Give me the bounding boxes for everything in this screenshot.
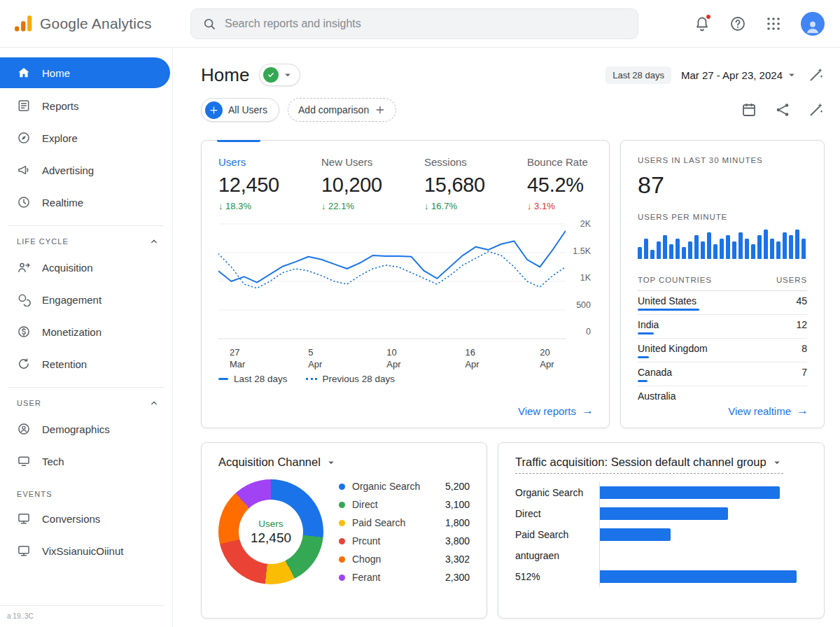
section-header-lifecycle[interactable]: LIFE CYCLE — [8, 229, 164, 251]
calendar-button[interactable] — [741, 101, 757, 118]
country-name: Australia — [638, 390, 676, 406]
notifications-button[interactable] — [694, 15, 710, 32]
refresh-arrow-icon — [17, 357, 31, 371]
search-bar[interactable] — [190, 8, 638, 39]
screen-icon — [17, 544, 31, 558]
dotted-line-swatch — [306, 378, 317, 380]
minute-bar — [789, 235, 793, 259]
caret-down-icon — [785, 69, 798, 81]
metric-tab-new-users[interactable]: New Users 10,200 ↓ 22.1% — [321, 156, 424, 211]
minute-bar — [644, 239, 648, 259]
metric-tabs: Users 12,450 ↓ 18.3% New Users 10,200 ↓ … — [218, 156, 592, 211]
section-header-events[interactable]: EVENTS — [8, 483, 164, 502]
minute-bar — [732, 241, 736, 259]
metric-value: 10,200 — [321, 174, 424, 197]
metric-label: Users — [218, 156, 321, 168]
country-name: United States — [638, 295, 699, 311]
sidebar-item-reports[interactable]: Reports — [0, 90, 172, 122]
reports-icon — [17, 99, 31, 113]
channel-value: 3,302 — [445, 554, 470, 565]
country-mini-bar — [638, 356, 649, 358]
page-title: Home — [201, 64, 249, 86]
brand: Google Analytics — [14, 14, 182, 33]
all-users-chip[interactable]: All Users — [201, 98, 279, 122]
sidebar-footer-text: a 19..3C — [0, 605, 164, 627]
sidebar-item-demographics[interactable]: Demographics — [8, 413, 164, 445]
add-comparison-chip[interactable]: Add comparison — [288, 98, 396, 122]
sidebar-item-engagement[interactable]: Engagement — [8, 283, 164, 316]
sidebar-item-label: Demographics — [42, 423, 110, 435]
traffic-channel-label: 512% — [515, 571, 599, 582]
section-title: EVENTS — [17, 490, 52, 498]
sidebar-section-user: USER Demographics Tech — [8, 387, 164, 477]
date-range-picker[interactable]: Mar 27 - Apr 23, 2024 — [681, 69, 798, 81]
sidebar-item-monetization[interactable]: Monetization — [8, 316, 164, 348]
country-mini-bar — [638, 332, 654, 334]
section-title: LIFE CYCLE — [17, 237, 69, 246]
section-header-user[interactable]: USER — [8, 390, 164, 413]
acquisition-body: Users 12,450 Organic Search5,200Direct3,… — [218, 477, 470, 586]
product-name: Google Analytics — [40, 15, 152, 32]
view-realtime-link[interactable]: View realtime → — [724, 404, 808, 418]
overview-card: Users 12,450 ↓ 18.3% New Users 10,200 ↓ … — [201, 140, 610, 428]
metric-tab-users[interactable]: Users 12,450 ↓ 18.3% — [218, 156, 321, 211]
date-range-text: Mar 27 - Apr 23, 2024 — [681, 69, 783, 81]
minute-bar — [770, 239, 774, 259]
sidebar-item-home[interactable]: Home — [0, 57, 170, 88]
traffic-bar-chart: Organic SearchDirectPaid Searchantugraen… — [515, 482, 807, 587]
sidebar-item-retention[interactable]: Retention — [8, 348, 164, 380]
acquisition-channel-dropdown[interactable]: Acquisition Channel — [218, 456, 337, 469]
sidebar-item-label: Monetization — [42, 326, 102, 338]
donut-center-label: Users — [258, 519, 283, 529]
metric-tab-sessions[interactable]: Sessions 15,680 ↓ 16.7% — [424, 156, 527, 211]
minute-bar — [657, 241, 661, 259]
metric-label: New Users — [321, 156, 424, 168]
users-per-minute-caption: USERS PER MINUTE — [638, 213, 807, 221]
minute-bar — [776, 241, 780, 259]
report-status-dropdown[interactable] — [259, 64, 300, 86]
channel-name: Ferant — [352, 572, 438, 583]
channel-value: 1,800 — [445, 517, 470, 528]
user-avatar[interactable] — [801, 12, 825, 36]
sidebar-item-acquisition[interactable]: Acquisition — [8, 251, 164, 283]
minute-bar — [757, 235, 762, 259]
apps-grid-icon — [765, 15, 782, 32]
chart-legend: Last 28 days Previous 28 days — [218, 374, 592, 384]
topbar: Google Analytics — [0, 0, 840, 48]
help-button[interactable] — [729, 15, 746, 32]
traffic-bar-row: Organic Search — [515, 482, 807, 503]
sidebar-item-realtime[interactable]: Realtime — [0, 186, 172, 218]
traffic-bar — [600, 570, 797, 583]
traffic-acquisition-dropdown[interactable]: Traffic acquisition: Session default cha… — [515, 456, 783, 474]
caret-down-icon — [771, 456, 783, 469]
channel-legend-row: Prcunt3,800 — [339, 532, 470, 550]
share-button[interactable] — [774, 101, 791, 118]
insights-wand-icon — [808, 101, 825, 118]
sidebar-item-explore[interactable]: Explore — [0, 122, 172, 154]
search-icon — [202, 17, 216, 31]
country-row: India12 — [638, 315, 807, 339]
cards-row-top: Users 12,450 ↓ 18.3% New Users 10,200 ↓ … — [201, 140, 825, 428]
minute-bar — [783, 232, 787, 259]
sidebar-item-advertising[interactable]: Advertising — [0, 154, 172, 186]
minute-bar — [707, 232, 711, 259]
sidebar-item-label: Engagement — [42, 294, 102, 306]
channel-value: 2,300 — [445, 572, 470, 583]
search-input[interactable] — [225, 17, 626, 30]
sidebar-item-events-extra[interactable]: VixSsianuicOiinut — [8, 535, 164, 567]
sidebar: Home Reports Explore Advertising Realtim… — [0, 48, 173, 627]
bar-track — [599, 545, 807, 566]
users-trend-chart: 2K1.5K1K5000 — [218, 223, 592, 340]
metric-tab-bounce-rate[interactable]: Bounce Rate 45.2% ↓ 3.1% — [527, 156, 588, 211]
sidebar-item-conversions[interactable]: Conversions — [8, 502, 164, 535]
date-range-chip: Last 28 days — [606, 66, 671, 84]
sidebar-item-tech[interactable]: Tech — [8, 445, 164, 477]
view-reports-link[interactable]: View reports → — [514, 404, 594, 418]
minute-bar — [701, 241, 705, 259]
countries-table-header: TOP COUNTRIES USERS — [638, 276, 807, 291]
traffic-channel-label: Organic Search — [515, 487, 599, 498]
customize-report-button[interactable] — [808, 66, 825, 83]
caret-down-icon — [325, 456, 337, 469]
insights-button[interactable] — [808, 101, 825, 118]
apps-button[interactable] — [765, 15, 782, 32]
